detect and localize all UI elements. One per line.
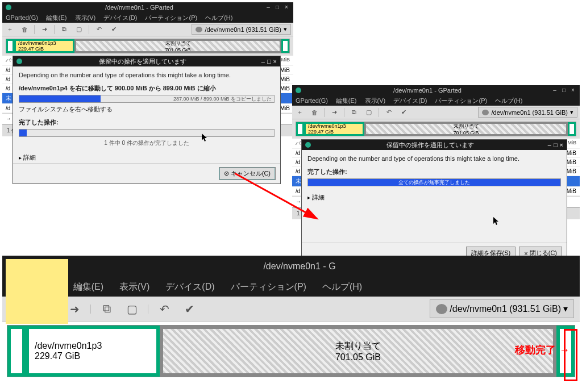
delete-icon[interactable]: 🗑 <box>309 107 319 118</box>
cancel-icon: ⊘ <box>224 170 229 177</box>
minimize-icon[interactable]: – <box>261 58 265 65</box>
minimize-icon[interactable]: – <box>265 5 272 10</box>
chevron-down-icon: ▾ <box>570 109 573 116</box>
new-partition-icon[interactable]: ＋ <box>5 24 15 35</box>
paste-icon[interactable]: ▢ <box>123 300 141 318</box>
partition-block-efi[interactable] <box>6 39 14 53</box>
menu-device[interactable]: デバイス(D) <box>103 14 137 22</box>
minimize-icon[interactable]: – <box>548 141 551 148</box>
partition-size-label: 229.47 GiB <box>35 351 151 361</box>
annotation-label: 移動完了→ <box>515 343 569 357</box>
undo-icon[interactable]: ↶ <box>384 107 394 118</box>
total-progressbar <box>19 129 275 137</box>
partition-block-tail[interactable] <box>281 39 289 53</box>
apply-icon[interactable]: ✔ <box>398 107 409 118</box>
unallocated-size-label: 701.05 GiB <box>368 130 564 136</box>
operation-progressbar: 287.00 MiB / 899.00 MiB をコピーしました <box>19 95 275 103</box>
menu-gparted[interactable]: GParted(G) <box>6 14 38 21</box>
close-icon[interactable]: × <box>560 141 563 148</box>
menu-partition[interactable]: パーティション(P) <box>231 281 306 293</box>
undo-icon[interactable]: ↶ <box>155 300 173 318</box>
partition-block-efi[interactable] <box>7 326 26 377</box>
toolbar: ＋ 🗑 ➜ ⧉ ▢ ↶ ✔ /dev/nvme0n1 (931.51 GiB) … <box>2 297 580 322</box>
dialog-note: Depending on the number and type of oper… <box>307 155 561 162</box>
annotation-arrow-icon <box>232 170 329 227</box>
completed-ops-label: 完了した操作: <box>19 118 275 127</box>
operation-step: ファイルシステムを右へ移動する <box>19 105 275 114</box>
device-selector[interactable]: /dev/nvme0n1 (931.51 GiB) ▾ <box>478 107 577 118</box>
maximize-icon[interactable]: □ <box>554 141 558 148</box>
menu-device[interactable]: デバイス(D) <box>393 97 427 105</box>
partition-name-label: /dev/nvme0n1p3 <box>308 123 360 129</box>
maximize-icon[interactable]: □ <box>560 87 567 93</box>
resize-move-icon[interactable]: ➜ <box>329 107 339 118</box>
menu-device[interactable]: デバイス(D) <box>165 281 214 293</box>
menu-edit[interactable]: 編集(E) <box>46 14 67 22</box>
device-selector[interactable]: /dev/nvme0n1 (931.51 GiB) ▾ <box>192 24 291 35</box>
apply-icon[interactable]: ✔ <box>180 300 198 318</box>
close-icon[interactable]: × <box>273 58 277 65</box>
undo-icon[interactable]: ↶ <box>94 24 104 35</box>
menu-view[interactable]: 表示(V) <box>365 97 386 105</box>
unallocated-label: 未割り当て <box>368 123 564 130</box>
unallocated-label: 未割り当て <box>335 340 381 352</box>
copy-icon[interactable]: ⧉ <box>349 107 359 118</box>
dialog-note: Depending on the number and type of oper… <box>19 72 275 78</box>
partition-block-p3[interactable]: /dev/nvme0n1p3 229.47 GiB <box>14 39 74 53</box>
resize-move-icon[interactable]: ➜ <box>39 24 49 35</box>
menu-partition[interactable]: パーティション(P) <box>435 97 487 105</box>
partition-block-unallocated[interactable]: 未割り当て 701.05 GiB <box>364 122 568 136</box>
menu-edit[interactable]: 編集(E) <box>73 281 103 293</box>
partition-name-label: /dev/nvme0n1p3 <box>18 40 70 46</box>
details-expander[interactable]: 詳細 <box>13 152 280 163</box>
toolbar: ＋ 🗑 ➜ ⧉ ▢ ↶ ✔ /dev/nvme0n1 (931.51 GiB) … <box>2 23 293 36</box>
menu-gparted[interactable]: GParted(G) <box>296 97 328 104</box>
menu-view[interactable]: 表示(V) <box>75 14 96 22</box>
device-selector[interactable]: /dev/nvme0n1 (931.51 GiB) ▾ <box>430 299 574 318</box>
device-selector-label: /dev/nvme0n1 (931.51 GiB) <box>491 109 568 116</box>
partition-block-p3[interactable]: /dev/nvme0n1p3 229.47 GiB <box>26 326 160 377</box>
menubar: GParted(G) 編集(E) 表示(V) デバイス(D) パーティション(P… <box>2 12 293 23</box>
dialog-titlebar: 保留中の操作を適用しています – □ × <box>302 140 567 150</box>
paste-icon[interactable]: ▢ <box>74 24 84 35</box>
menubar: GParted(G) 編集(E) 表示(V) デバイス(D) パーティション(P… <box>292 95 580 106</box>
menu-help[interactable]: ヘルプ(H) <box>205 14 232 22</box>
harddisk-icon <box>196 27 202 32</box>
menu-edit[interactable]: 編集(E) <box>336 97 357 105</box>
apply-icon[interactable]: ✔ <box>109 24 119 35</box>
partition-block-unallocated[interactable]: 未割り当て 701.05 GiB <box>160 326 556 377</box>
completed-ops-label: 完了した操作: <box>307 168 561 176</box>
window-title: /dev/nvme0n1 - G <box>23 261 576 272</box>
harddisk-icon <box>482 110 489 115</box>
maximize-icon[interactable]: □ <box>274 5 281 10</box>
titlebar: /dev/nvme0n1 - GParted – □ × <box>2 2 293 12</box>
partition-block-efi[interactable] <box>296 122 304 136</box>
close-icon[interactable]: × <box>569 87 576 93</box>
total-progressbar: 全ての操作が無事完了しました <box>307 178 561 186</box>
copy-icon[interactable]: ⧉ <box>98 300 116 318</box>
maximize-icon[interactable]: □ <box>267 58 271 65</box>
new-partition-icon[interactable]: ＋ <box>294 107 305 118</box>
svg-line-0 <box>235 173 317 219</box>
annotation-highlight-box <box>564 329 577 381</box>
menu-partition[interactable]: パーティション(P) <box>145 14 197 22</box>
dialog-title: 保留中の操作を適用しています <box>313 141 548 149</box>
window-title: /dev/nvme0n1 - GParted <box>304 87 551 94</box>
total-progress-text: 1 件中 0 件の操作が完了しました <box>19 139 275 147</box>
partition-block-tail[interactable] <box>568 122 576 136</box>
menu-help[interactable]: ヘルプ(H) <box>495 97 522 105</box>
menu-help[interactable]: ヘルプ(H) <box>322 281 362 293</box>
minimize-icon[interactable]: – <box>551 87 558 93</box>
copy-icon[interactable]: ⧉ <box>59 24 69 35</box>
titlebar: /dev/nvme0n1 - G <box>2 256 580 277</box>
partition-block-unallocated[interactable]: 未割り当て 701.05 GiB <box>74 39 281 53</box>
details-expander[interactable]: 詳細 <box>302 192 567 203</box>
partition-block-p3[interactable]: /dev/nvme0n1p3 229.47 GiB <box>304 122 364 136</box>
close-icon[interactable]: × <box>283 5 290 10</box>
menubar: GParted(G) 編集(E) 表示(V) デバイス(D) パーティション(P… <box>2 277 580 297</box>
gparted-logo-icon <box>16 59 22 64</box>
menu-view[interactable]: 表示(V) <box>119 281 149 293</box>
delete-icon[interactable]: 🗑 <box>19 24 30 35</box>
operation-description: /dev/nvme0n1p4 を右に移動して 900.00 MiB から 899… <box>19 84 275 93</box>
paste-icon[interactable]: ▢ <box>364 107 374 118</box>
